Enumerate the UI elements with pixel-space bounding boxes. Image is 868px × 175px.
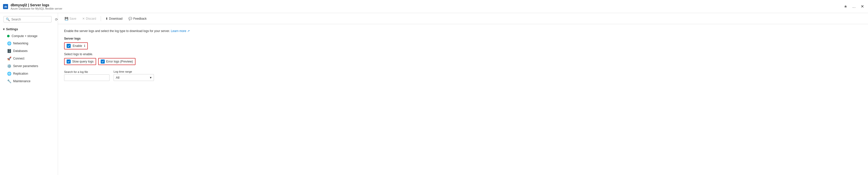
section-label: Settings xyxy=(6,28,18,31)
description-text: Enable the server logs and select the lo… xyxy=(64,29,862,33)
discard-icon: ✕ xyxy=(82,17,85,21)
sidebar-item-label: Connect xyxy=(13,57,25,60)
sidebar-item-label: Compute + storage xyxy=(11,34,37,38)
replication-icon: 🌐 xyxy=(7,72,11,76)
databases-icon: 🗄️ xyxy=(7,49,11,53)
close-button[interactable]: ✕ xyxy=(860,3,865,10)
sidebar-item-replication[interactable]: 🌐 Replication xyxy=(0,70,58,77)
log-options: Slow query logs Error logs (Preview) xyxy=(64,58,862,65)
filter-row: Search for a log file Log time range All… xyxy=(64,70,862,81)
sidebar-item-connect[interactable]: 🚀 Connect xyxy=(0,55,58,62)
chevron-down-icon: ▾ xyxy=(150,76,152,79)
feedback-icon: 💬 xyxy=(128,17,132,21)
download-button[interactable]: ⬇ Download xyxy=(103,16,125,22)
search-log-input[interactable] xyxy=(64,74,110,81)
slow-query-label: Slow query logs xyxy=(72,60,94,63)
sidebar-item-compute-storage[interactable]: Compute + storage xyxy=(0,33,58,40)
app-icon: db xyxy=(3,4,8,9)
page-title: dbmysql2 | Server logs xyxy=(10,3,840,7)
sidebar: 🔍 ⟳ « ▾ Settings Compute + storage 🌐 Net… xyxy=(0,13,58,175)
sidebar-item-label: Server parameters xyxy=(13,64,38,68)
more-button[interactable]: ... xyxy=(851,3,857,10)
log-time-value: All xyxy=(116,76,119,79)
log-time-select[interactable]: All ▾ xyxy=(114,74,154,81)
slow-query-checkbox[interactable] xyxy=(67,60,71,64)
title-bar-text: dbmysql2 | Server logs Azure Database fo… xyxy=(10,3,840,10)
enable-checkbox-container[interactable]: Enable ℹ xyxy=(64,42,88,49)
page-subtitle: Azure Database for MySQL flexible server xyxy=(10,7,840,10)
save-icon: 💾 xyxy=(65,17,68,21)
svg-text:db: db xyxy=(4,5,7,8)
sidebar-item-label: Networking xyxy=(13,42,28,45)
maintenance-icon: 🔧 xyxy=(7,79,11,83)
server-parameters-icon: ⚙️ xyxy=(7,64,11,68)
server-logs-section-label: Server logs xyxy=(64,37,862,40)
log-time-group: Log time range All ▾ xyxy=(114,70,154,81)
slow-query-option[interactable]: Slow query logs xyxy=(64,58,96,65)
error-logs-option[interactable]: Error logs (Preview) xyxy=(98,58,135,65)
compute-storage-icon xyxy=(7,35,9,37)
enable-row: Enable ℹ xyxy=(64,42,862,49)
save-button[interactable]: 💾 Save xyxy=(62,16,79,22)
sidebar-item-label: Replication xyxy=(13,72,28,75)
toolbar: 💾 Save ✕ Discard ⬇ Download 💬 Feedback xyxy=(58,13,868,24)
select-logs-label: Select logs to enable. xyxy=(64,53,862,56)
connect-icon: 🚀 xyxy=(7,57,11,61)
settings-section-header[interactable]: ▾ Settings xyxy=(0,26,58,33)
search-log-label: Search for a log file xyxy=(64,70,110,73)
title-bar: db dbmysql2 | Server logs Azure Database… xyxy=(0,0,868,13)
sidebar-item-maintenance[interactable]: 🔧 Maintenance xyxy=(0,77,58,85)
page-content: Enable the server logs and select the lo… xyxy=(58,24,868,175)
refresh-sidebar-button[interactable]: ⟳ xyxy=(55,17,58,22)
enable-label: Enable xyxy=(73,44,82,48)
sidebar-item-server-parameters[interactable]: ⚙️ Server parameters xyxy=(0,62,58,70)
sidebar-item-databases[interactable]: 🗄️ Databases xyxy=(0,47,58,55)
sidebar-settings-section: ▾ Settings Compute + storage 🌐 Networkin… xyxy=(0,26,58,85)
error-logs-checkbox[interactable] xyxy=(101,60,105,64)
sidebar-item-label: Maintenance xyxy=(13,79,31,83)
search-log-group: Search for a log file xyxy=(64,70,110,81)
sidebar-item-label: Databases xyxy=(13,49,28,53)
discard-button[interactable]: ✕ Discard xyxy=(80,16,99,22)
chevron-icon: ▾ xyxy=(3,28,4,31)
title-bar-actions: ★ ... ✕ xyxy=(843,3,865,10)
download-icon: ⬇ xyxy=(105,17,108,21)
search-input[interactable] xyxy=(11,18,49,21)
main-layout: 🔍 ⟳ « ▾ Settings Compute + storage 🌐 Net… xyxy=(0,13,868,175)
content-area: 💾 Save ✕ Discard ⬇ Download 💬 Feedback E… xyxy=(58,13,868,175)
log-time-label: Log time range xyxy=(114,70,154,73)
info-icon[interactable]: ℹ xyxy=(84,44,85,48)
star-button[interactable]: ★ xyxy=(843,3,848,10)
search-icon: 🔍 xyxy=(6,18,10,21)
search-box[interactable]: 🔍 xyxy=(3,16,52,23)
toolbar-divider xyxy=(101,16,101,21)
external-link-icon: ↗ xyxy=(187,29,190,33)
sidebar-item-networking[interactable]: 🌐 Networking xyxy=(0,40,58,47)
networking-icon: 🌐 xyxy=(7,41,11,45)
learn-more-link[interactable]: Learn more ↗ xyxy=(171,29,190,33)
feedback-button[interactable]: 💬 Feedback xyxy=(126,16,149,22)
enable-checkbox[interactable] xyxy=(67,44,71,48)
error-logs-label: Error logs (Preview) xyxy=(106,60,133,63)
